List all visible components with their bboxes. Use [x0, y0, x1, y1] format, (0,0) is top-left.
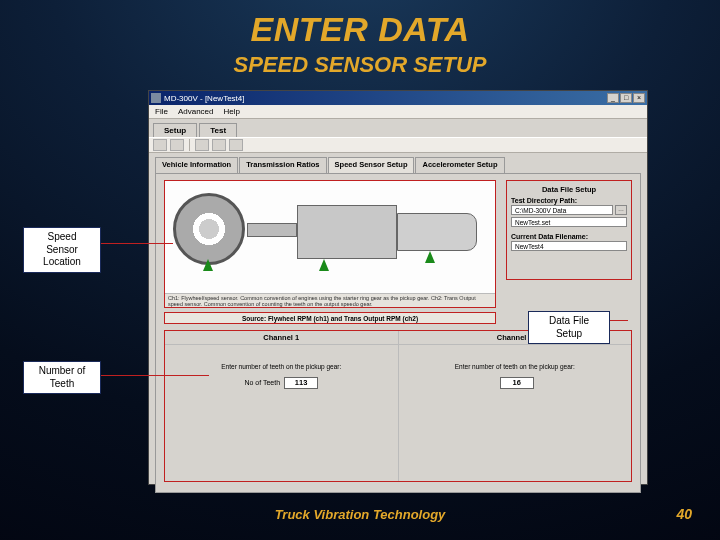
slide-title: ENTER DATA [0, 10, 720, 49]
callout-number-teeth: Number of Teeth [23, 361, 101, 394]
subtab-vehicle-info[interactable]: Vehicle Information [155, 157, 238, 173]
channel-2-column: Channel 2 Enter number of teeth on the p… [399, 331, 632, 481]
dfs-filename-label: Current Data Filename: [511, 233, 627, 240]
channel-1-column: Channel 1 Enter number of teeth on the p… [165, 331, 399, 481]
subtab-trans-ratios[interactable]: Transmission Ratios [239, 157, 326, 173]
leader-line [101, 243, 173, 244]
rpm-source-strip: Source: Flywheel RPM (ch1) and Trans Out… [164, 312, 496, 324]
transmission-graphic [297, 205, 397, 259]
callout-data-file-setup: Data File Setup [528, 311, 610, 344]
sub-tabs: Vehicle Information Transmission Ratios … [155, 157, 641, 173]
leader-line [610, 320, 628, 321]
data-file-setup-panel: Data File Setup Test Directory Path: C:\… [506, 180, 632, 280]
toolbar-button[interactable] [195, 139, 209, 151]
teeth-label: No of Teeth [244, 379, 280, 386]
app-window: MD-300V - [NewTest4] _ □ × File Advanced… [148, 90, 648, 485]
subtab-speed-sensor[interactable]: Speed Sensor Setup [328, 157, 415, 173]
channel-1-header: Channel 1 [165, 331, 398, 345]
arrow-icon [425, 251, 435, 263]
dfs-title: Data File Setup [511, 185, 627, 194]
app-icon [151, 93, 161, 103]
browse-button[interactable]: … [615, 205, 627, 215]
window-title: MD-300V - [NewTest4] [164, 94, 606, 103]
separator [189, 139, 190, 151]
menu-help[interactable]: Help [223, 107, 239, 116]
dfs-filename-field[interactable]: NewTest4 [511, 241, 627, 251]
dfs-path-field[interactable]: C:\MD-300V Data Files\NewTest4\ 2009 [511, 205, 613, 215]
channel-1-teeth-input[interactable]: 113 [284, 377, 318, 389]
menu-file[interactable]: File [155, 107, 168, 116]
menu-advanced[interactable]: Advanced [178, 107, 214, 116]
channel-2-teeth-input[interactable]: 16 [500, 377, 534, 389]
drivetrain-diagram: Ch1: Flywheel/speed sensor. Common conve… [164, 180, 496, 308]
shaft-graphic [247, 223, 297, 237]
flywheel-graphic [173, 193, 245, 265]
channel-2-prompt: Enter number of teeth on the pickup gear… [399, 363, 632, 371]
diagram-caption: Ch1: Flywheel/speed sensor. Common conve… [165, 293, 495, 307]
menubar: File Advanced Help [149, 105, 647, 119]
toolbar [149, 137, 647, 153]
minimize-button[interactable]: _ [607, 93, 619, 103]
leader-line [101, 375, 209, 376]
arrow-icon [203, 259, 213, 271]
trans-tail-graphic [397, 213, 477, 251]
top-tabs: Setup Test [149, 119, 647, 137]
tab-setup[interactable]: Setup [153, 123, 197, 137]
toolbar-button[interactable] [170, 139, 184, 151]
dfs-setfile-field[interactable]: NewTest.set [511, 217, 627, 227]
titlebar: MD-300V - [NewTest4] _ □ × [149, 91, 647, 105]
page-number: 40 [676, 506, 692, 522]
toolbar-button[interactable] [153, 139, 167, 151]
slide-subtitle: SPEED SENSOR SETUP [0, 52, 720, 78]
arrow-icon [319, 259, 329, 271]
toolbar-button[interactable] [229, 139, 243, 151]
tab-test[interactable]: Test [199, 123, 237, 137]
subtab-accel-setup[interactable]: Accelerometer Setup [415, 157, 504, 173]
channel-1-prompt: Enter number of teeth on the pickup gear… [165, 363, 398, 371]
toolbar-button[interactable] [212, 139, 226, 151]
dfs-path-label: Test Directory Path: [511, 197, 627, 204]
close-button[interactable]: × [633, 93, 645, 103]
footer-brand: Truck Vibration Technology [0, 507, 720, 522]
maximize-button[interactable]: □ [620, 93, 632, 103]
teeth-entry-panel: Channel 1 Enter number of teeth on the p… [164, 330, 632, 482]
callout-speed-sensor: Speed Sensor Location [23, 227, 101, 273]
